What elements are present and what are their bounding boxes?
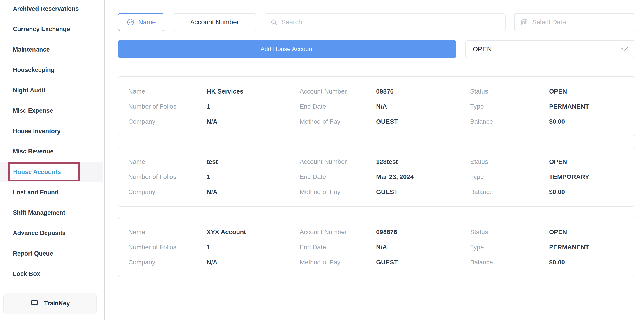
account-number-value: 098876 — [376, 225, 470, 240]
sidebar-item-label: Maintenance — [13, 46, 50, 53]
sidebar-item-lock-box[interactable]: Lock Box — [0, 264, 102, 284]
card-column: StatusTypeBalance — [470, 225, 549, 277]
search-input[interactable] — [281, 18, 505, 26]
status-value: OPEN — [549, 225, 635, 240]
card-column: NameNumber of FoliosCompany — [128, 154, 206, 206]
company-value: N/A — [206, 255, 300, 270]
account-card[interactable]: NameNumber of FoliosCompanyXYX Account1N… — [118, 217, 635, 277]
search-box — [265, 13, 506, 31]
card-column: StatusTypeBalance — [470, 154, 549, 206]
filter-tab-account-number[interactable]: Account Number — [173, 13, 256, 31]
sidebar-item-label: House Inventory — [13, 128, 61, 135]
end-date-value: Mar 23, 2024 — [376, 169, 470, 184]
sidebar-item-house-inventory[interactable]: House Inventory — [0, 121, 102, 142]
name-value: test — [206, 154, 300, 169]
sidebar-item-night-audit[interactable]: Night Audit — [0, 80, 102, 101]
filter-tab-name[interactable]: Name — [118, 13, 164, 31]
method-of-pay-label: Method of Pay — [300, 184, 376, 199]
end-date-label: End Date — [300, 169, 376, 184]
type-label: Type — [470, 240, 549, 255]
trainkey-button[interactable]: TrainKey — [4, 293, 96, 314]
filter-row: Name Account Number — [118, 13, 635, 31]
account-cards-list: NameNumber of FoliosCompanyHK Services1N… — [118, 76, 635, 277]
name-label: Name — [128, 84, 206, 99]
type-label: Type — [470, 169, 549, 184]
chevron-down-icon — [620, 47, 628, 51]
sidebar: Archived ReservationsCurrency ExchangeMa… — [0, 0, 103, 320]
date-picker-placeholder: Select Date — [532, 18, 566, 26]
sidebar-item-house-accounts[interactable]: House Accounts — [0, 162, 102, 182]
sidebar-item-maintenance[interactable]: Maintenance — [0, 39, 102, 60]
company-label: Company — [128, 255, 206, 270]
sidebar-item-label: House Accounts — [13, 169, 61, 176]
annotation-highlight-box: House Accounts — [8, 162, 80, 181]
sidebar-item-misc-expense[interactable]: Misc Expense — [0, 101, 102, 121]
company-value: N/A — [206, 114, 300, 129]
balance-value: $0.00 — [549, 114, 635, 129]
folios-value: 1 — [206, 240, 300, 255]
card-column: 123testMar 23, 2024GUEST — [376, 154, 470, 206]
folios-label: Number of Folios — [128, 169, 206, 184]
add-house-account-button[interactable]: Add House Account — [118, 40, 456, 58]
account-number-value: 123test — [376, 154, 470, 169]
name-value: HK Services — [206, 84, 300, 99]
sidebar-item-archived-reservations[interactable]: Archived Reservations — [0, 0, 102, 19]
sidebar-item-housekeeping[interactable]: Housekeeping — [0, 60, 102, 80]
name-label: Name — [128, 225, 206, 240]
balance-value: $0.00 — [549, 255, 635, 270]
sidebar-item-lost-and-found[interactable]: Lost and Found — [0, 182, 102, 203]
status-value: OPEN — [549, 84, 635, 99]
status-filter-value: OPEN — [473, 45, 492, 53]
card-column: NameNumber of FoliosCompany — [128, 84, 206, 136]
card-column: OPENTEMPORARY$0.00 — [549, 154, 635, 206]
end-date-value: N/A — [376, 99, 470, 114]
method-of-pay-value: GUEST — [376, 255, 470, 270]
card-column: 09876N/AGUEST — [376, 84, 470, 136]
method-of-pay-value: GUEST — [376, 184, 470, 199]
sidebar-item-report-queue[interactable]: Report Queue — [0, 243, 102, 264]
sidebar-item-label: Housekeeping — [13, 66, 54, 73]
end-date-label: End Date — [300, 99, 376, 114]
sidebar-scrollbar[interactable] — [104, 0, 105, 320]
company-label: Company — [128, 184, 206, 199]
sidebar-divider — [0, 283, 103, 283]
card-column: 098876N/AGUEST — [376, 225, 470, 277]
method-of-pay-label: Method of Pay — [300, 114, 376, 129]
sidebar-item-label: Archived Reservations — [13, 5, 79, 12]
account-card[interactable]: NameNumber of FoliosCompanytest1N/AAccou… — [118, 147, 635, 207]
folios-label: Number of Folios — [128, 240, 206, 255]
sidebar-item-label: Lock Box — [13, 271, 40, 278]
sidebar-item-shift-management[interactable]: Shift Management — [0, 203, 102, 223]
company-value: N/A — [206, 184, 300, 199]
status-label: Status — [470, 225, 549, 240]
type-value: PERMANENT — [549, 99, 635, 114]
trainkey-label: TrainKey — [44, 300, 70, 307]
sidebar-item-label: Currency Exchange — [13, 26, 70, 33]
balance-value: $0.00 — [549, 184, 635, 199]
folios-value: 1 — [206, 99, 300, 114]
method-of-pay-label: Method of Pay — [300, 255, 376, 270]
sidebar-item-misc-revenue[interactable]: Misc Revenue — [0, 142, 102, 162]
status-filter-dropdown[interactable]: OPEN — [466, 40, 635, 58]
card-column: test1N/A — [206, 154, 300, 206]
card-column: Account NumberEnd DateMethod of Pay — [300, 154, 376, 206]
calendar-icon — [520, 18, 528, 26]
card-column: XYX Account1N/A — [206, 225, 300, 277]
sidebar-item-advance-deposits[interactable]: Advance Deposits — [0, 223, 102, 244]
sidebar-item-label: Lost and Found — [13, 189, 58, 196]
balance-label: Balance — [470, 255, 549, 270]
filter-tab-name-label: Name — [138, 18, 156, 26]
sidebar-item-label: Advance Deposits — [13, 230, 66, 237]
sidebar-item-label: Report Queue — [13, 250, 53, 257]
search-icon — [270, 19, 277, 25]
sidebar-item-currency-exchange[interactable]: Currency Exchange — [0, 19, 102, 40]
account-card[interactable]: NameNumber of FoliosCompanyHK Services1N… — [118, 76, 635, 136]
sidebar-item-label: Misc Expense — [13, 107, 53, 114]
card-column: StatusTypeBalance — [470, 84, 549, 136]
sidebar-item-label: Shift Management — [13, 209, 66, 216]
date-picker[interactable]: Select Date — [514, 13, 635, 31]
type-value: TEMPORARY — [549, 169, 635, 184]
check-circle-icon — [126, 18, 134, 26]
sidebar-item-label: Misc Revenue — [13, 148, 54, 155]
main-content: Name Account Number — [118, 0, 635, 320]
